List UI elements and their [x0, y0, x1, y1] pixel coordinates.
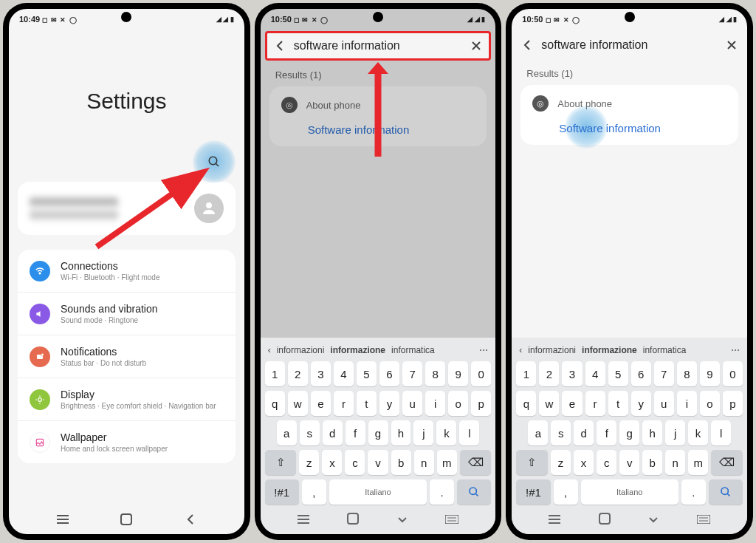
key-o[interactable]: o: [700, 391, 720, 416]
key-e[interactable]: e: [562, 391, 582, 416]
key-3[interactable]: 3: [562, 361, 582, 386]
search-input[interactable]: [541, 38, 718, 52]
key-g[interactable]: g: [619, 420, 639, 445]
key-d[interactable]: d: [574, 420, 594, 445]
key-o[interactable]: o: [448, 391, 468, 416]
key-9[interactable]: 9: [448, 361, 468, 386]
key-t[interactable]: t: [608, 391, 628, 416]
key-s[interactable]: s: [300, 420, 320, 445]
key-b[interactable]: b: [642, 450, 662, 475]
shift-key[interactable]: ⇧: [265, 450, 297, 475]
key-8[interactable]: 8: [425, 361, 445, 386]
search-action-key[interactable]: [457, 479, 491, 505]
settings-item-sounds[interactable]: Sounds and vibrationSound mode · Rington…: [18, 293, 236, 335]
key-w[interactable]: w: [288, 391, 308, 416]
comma-key[interactable]: ,: [302, 479, 326, 505]
key-7[interactable]: 7: [654, 361, 674, 386]
clear-button[interactable]: [468, 38, 484, 54]
key-r[interactable]: r: [334, 391, 354, 416]
key-j[interactable]: j: [413, 420, 433, 445]
key-r[interactable]: r: [585, 391, 605, 416]
key-q[interactable]: q: [516, 391, 536, 416]
key-k[interactable]: k: [436, 420, 456, 445]
key-4[interactable]: 4: [334, 361, 354, 386]
key-x[interactable]: x: [322, 450, 342, 475]
more-icon[interactable]: ⋯: [731, 345, 740, 355]
comma-key[interactable]: ,: [554, 479, 578, 505]
key-2[interactable]: 2: [539, 361, 559, 386]
nav-home[interactable]: [599, 513, 611, 527]
key-n[interactable]: n: [665, 450, 685, 475]
key-a[interactable]: a: [528, 420, 548, 445]
key-m[interactable]: m: [437, 450, 457, 475]
suggestion[interactable]: informatica: [391, 345, 435, 355]
keyboard-switch-icon[interactable]: [697, 513, 710, 527]
chevron-left-icon[interactable]: ‹: [519, 345, 522, 355]
key-6[interactable]: 6: [379, 361, 399, 386]
key-q[interactable]: q: [265, 391, 285, 416]
key-v[interactable]: v: [368, 450, 388, 475]
key-b[interactable]: b: [391, 450, 411, 475]
key-f[interactable]: f: [597, 420, 616, 445]
symbols-key[interactable]: !#1: [516, 479, 550, 505]
key-p[interactable]: p: [471, 391, 491, 416]
nav-home[interactable]: [119, 513, 134, 525]
settings-item-display[interactable]: DisplayBrightness · Eye comfort shield ·…: [18, 378, 236, 421]
key-j[interactable]: j: [665, 420, 685, 445]
search-input[interactable]: [294, 39, 463, 52]
space-key[interactable]: Italiano: [581, 479, 678, 505]
key-c[interactable]: c: [597, 450, 616, 475]
nav-recent[interactable]: [298, 513, 309, 527]
space-key[interactable]: Italiano: [329, 479, 427, 505]
suggestion[interactable]: informazioni: [277, 345, 325, 355]
key-t[interactable]: t: [357, 391, 377, 416]
suggestion[interactable]: informazione: [582, 345, 637, 355]
key-p[interactable]: p: [723, 391, 743, 416]
search-action-key[interactable]: [709, 479, 743, 505]
key-a[interactable]: a: [277, 420, 297, 445]
clear-button[interactable]: [724, 37, 740, 53]
key-0[interactable]: 0: [723, 361, 743, 386]
suggestion[interactable]: informazione: [330, 345, 385, 355]
key-z[interactable]: z: [551, 450, 571, 475]
settings-item-connections[interactable]: ConnectionsWi-Fi · Bluetooth · Flight mo…: [18, 250, 236, 293]
key-x[interactable]: x: [574, 450, 594, 475]
key-h[interactable]: h: [642, 420, 662, 445]
key-y[interactable]: y: [379, 391, 399, 416]
key-4[interactable]: 4: [585, 361, 605, 386]
more-icon[interactable]: ⋯: [479, 345, 488, 355]
key-c[interactable]: c: [345, 450, 365, 475]
nav-recent[interactable]: [55, 513, 70, 525]
key-l[interactable]: l: [459, 420, 479, 445]
key-u[interactable]: u: [402, 391, 422, 416]
key-z[interactable]: z: [299, 450, 319, 475]
period-key[interactable]: .: [681, 479, 706, 505]
key-2[interactable]: 2: [288, 361, 308, 386]
key-e[interactable]: e: [311, 391, 331, 416]
key-g[interactable]: g: [368, 420, 388, 445]
search-result[interactable]: ◎ About phone Software information: [520, 85, 738, 145]
key-v[interactable]: v: [619, 450, 639, 475]
key-7[interactable]: 7: [402, 361, 422, 386]
key-5[interactable]: 5: [357, 361, 377, 386]
keyboard-switch-icon[interactable]: [445, 513, 458, 527]
key-k[interactable]: k: [688, 420, 708, 445]
key-l[interactable]: l: [711, 420, 731, 445]
settings-item-notifications[interactable]: NotificationsStatus bar · Do not disturb: [18, 335, 236, 378]
key-8[interactable]: 8: [677, 361, 697, 386]
back-button[interactable]: [272, 38, 288, 54]
suggestion[interactable]: informatica: [643, 345, 687, 355]
key-d[interactable]: d: [323, 420, 343, 445]
key-1[interactable]: 1: [265, 361, 285, 386]
backspace-key[interactable]: ⌫: [460, 450, 492, 475]
back-button[interactable]: [519, 37, 535, 53]
backspace-key[interactable]: ⌫: [711, 450, 743, 475]
symbols-key[interactable]: !#1: [265, 479, 299, 505]
key-m[interactable]: m: [688, 450, 708, 475]
key-6[interactable]: 6: [631, 361, 651, 386]
period-key[interactable]: .: [430, 479, 454, 505]
nav-home[interactable]: [347, 513, 359, 527]
key-1[interactable]: 1: [516, 361, 536, 386]
nav-recent[interactable]: [549, 513, 560, 527]
key-i[interactable]: i: [425, 391, 445, 416]
